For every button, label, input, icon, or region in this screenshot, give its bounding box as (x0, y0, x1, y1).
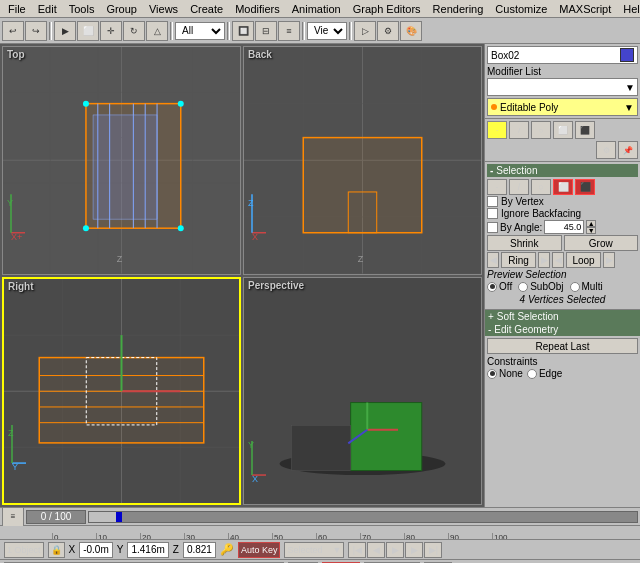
redo-button[interactable]: ↪ (25, 21, 47, 41)
viewport-back[interactable]: Back X Z (243, 46, 482, 275)
reference-coord-dropdown[interactable]: All (175, 22, 225, 40)
constraint-none-item[interactable]: None (487, 368, 523, 379)
modifier-list-dropdown[interactable]: ▼ (487, 78, 638, 96)
preview-multi-radio[interactable] (570, 282, 580, 292)
preview-multi-item[interactable]: Multi (570, 281, 603, 292)
preview-off-radio[interactable] (487, 282, 497, 292)
vertex-icon-btn[interactable]: · (487, 121, 507, 139)
viewport-right[interactable]: Right (2, 277, 241, 506)
select-region-button[interactable]: ⬜ (77, 21, 99, 41)
object-color-swatch[interactable] (620, 48, 634, 62)
viewport-top[interactable]: Top (2, 46, 241, 275)
edit-geometry-area: - Edit Geometry Repeat Last Constraints … (485, 323, 640, 382)
ring-next-button[interactable]: ▶ (538, 252, 550, 268)
mirror-button[interactable]: 🔲 (232, 21, 254, 41)
constraint-none-radio[interactable] (487, 369, 497, 379)
go-end-btn[interactable]: ▶| (424, 542, 442, 558)
selected-dropdown[interactable]: Selected ▼ (284, 542, 344, 558)
select-scale-button[interactable]: △ (146, 21, 168, 41)
menu-create[interactable]: Create (184, 2, 229, 16)
preview-off-item[interactable]: Off (487, 281, 512, 292)
menu-views[interactable]: Views (143, 2, 184, 16)
border-icon-btn[interactable]: ○ (531, 121, 551, 139)
subobj-square-btn[interactable]: ⬜ (553, 179, 573, 195)
constraint-edge-radio[interactable] (527, 369, 537, 379)
auto-key-btn[interactable]: Auto Key (238, 542, 281, 558)
go-start-btn[interactable]: |◀ (348, 542, 366, 558)
timeline-track[interactable] (88, 511, 638, 523)
subobj-circle-btn[interactable]: ○ (531, 179, 551, 195)
select-move-button[interactable]: ✛ (100, 21, 122, 41)
align-button[interactable]: ⊟ (255, 21, 277, 41)
z-label: Z (173, 544, 179, 555)
select-rotate-button[interactable]: ↻ (123, 21, 145, 41)
menu-group[interactable]: Group (100, 2, 143, 16)
lock-btn[interactable]: 🔒 (48, 542, 65, 558)
timeline-menu-btn[interactable]: ≡ (2, 507, 24, 527)
modifier-bullet (491, 104, 497, 110)
loop-prev-button[interactable]: ◀ (552, 252, 564, 268)
selection-section-header[interactable]: - Selection (487, 164, 638, 177)
loop-next-button[interactable]: ▶ (603, 252, 615, 268)
menu-rendering[interactable]: Rendering (427, 2, 490, 16)
polygon-icon-btn[interactable]: ⬜ (553, 121, 573, 139)
menu-help[interactable]: Help (617, 2, 640, 16)
by-angle-input[interactable] (544, 220, 584, 234)
ruler-tick-10: 10 (96, 533, 140, 539)
ignore-backfacing-checkbox[interactable] (487, 208, 498, 219)
by-angle-checkbox[interactable] (487, 222, 498, 233)
settings-icon-btn[interactable]: ⚙ (596, 141, 616, 159)
grow-button[interactable]: Grow (564, 235, 639, 251)
ring-prev-button[interactable]: ◀ (487, 252, 499, 268)
main-layout: Top (0, 44, 640, 507)
soft-selection-header[interactable]: + Soft Selection (485, 310, 640, 323)
menu-tools[interactable]: Tools (63, 2, 101, 16)
y-value-field[interactable]: 1.416m (127, 542, 168, 558)
menu-animation[interactable]: Animation (286, 2, 347, 16)
render-button[interactable]: ▷ (354, 21, 376, 41)
preview-subobj-item[interactable]: SubObj (518, 281, 563, 292)
shrink-grow-row: Shrink Grow (487, 235, 638, 251)
repeat-last-button[interactable]: Repeat Last (487, 338, 638, 354)
by-vertex-checkbox[interactable] (487, 196, 498, 207)
subobj-slash-btn[interactable]: / (509, 179, 529, 195)
soft-sel-plus: + (488, 311, 494, 322)
toolbar-sep-1 (49, 22, 52, 40)
x-value-field[interactable]: -0.0m (79, 542, 113, 558)
z-value-field[interactable]: 0.821 (183, 542, 216, 558)
element-icon-btn[interactable]: ⬛ (575, 121, 595, 139)
modifier-item-arrow: ▼ (624, 102, 634, 113)
subobj-dot-btn[interactable]: · (487, 179, 507, 195)
modifier-editable-poly[interactable]: Editable Poly ▼ (487, 98, 638, 116)
loop-button[interactable]: Loop (566, 252, 601, 268)
menu-maxscript[interactable]: MAXScript (553, 2, 617, 16)
viewport-perspective[interactable]: Perspective (243, 277, 482, 506)
constraint-edge-item[interactable]: Edge (527, 368, 562, 379)
by-angle-up[interactable]: ▲ (586, 220, 596, 227)
pin-icon-btn[interactable]: 📌 (618, 141, 638, 159)
material-editor-button[interactable]: 🎨 (400, 21, 422, 41)
subobj-block-btn[interactable]: ⬛ (575, 179, 595, 195)
ring-button[interactable]: Ring (501, 252, 536, 268)
menu-modifiers[interactable]: Modifiers (229, 2, 286, 16)
prev-frame-btn[interactable]: ◀ (367, 542, 385, 558)
object-name-box[interactable]: Box02 (487, 46, 638, 64)
view-dropdown[interactable]: View (307, 22, 347, 40)
preview-subobj-radio[interactable] (518, 282, 528, 292)
menu-edit[interactable]: Edit (32, 2, 63, 16)
menu-graph-editors[interactable]: Graph Editors (347, 2, 427, 16)
select-object-button[interactable]: ▶ (54, 21, 76, 41)
timeline-thumb[interactable] (116, 512, 122, 522)
object-count-btn[interactable]: 1 Object (4, 542, 44, 558)
edge-icon-btn[interactable]: / (509, 121, 529, 139)
layer-button[interactable]: ≡ (278, 21, 300, 41)
next-frame-btn[interactable]: ▶ (405, 542, 423, 558)
edit-geometry-header[interactable]: - Edit Geometry (485, 323, 640, 336)
shrink-button[interactable]: Shrink (487, 235, 562, 251)
menu-customize[interactable]: Customize (489, 2, 553, 16)
render-setup-button[interactable]: ⚙ (377, 21, 399, 41)
play-btn[interactable]: ▶ (386, 542, 404, 558)
undo-button[interactable]: ↩ (2, 21, 24, 41)
menu-file[interactable]: File (2, 2, 32, 16)
by-angle-down[interactable]: ▼ (586, 227, 596, 234)
